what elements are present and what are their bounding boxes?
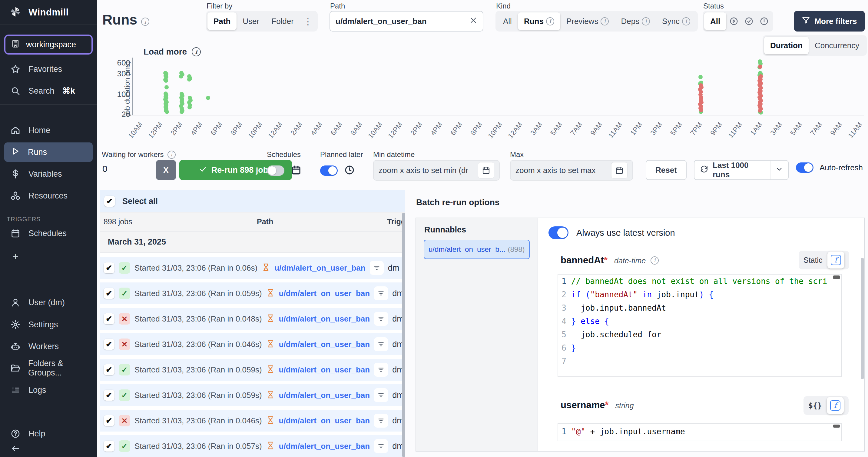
min-datetime-calendar-button[interactable] (478, 162, 494, 178)
failure-point[interactable] (758, 64, 762, 69)
last-runs-button[interactable]: Last 1000 runs (694, 160, 789, 180)
template-mode-label[interactable]: ${} (808, 401, 822, 410)
static-mode-label[interactable]: Static (804, 256, 823, 264)
sidebar-add-trigger-button[interactable]: + (0, 248, 97, 265)
path-filter-input[interactable]: u/dm/alert_on_user_ban (330, 11, 484, 31)
run-row[interactable]: ✔ ✓ Started 31/03, 23:06 (Ran in 0.059s)… (100, 359, 405, 381)
max-datetime-input[interactable]: zoom x axis to set max (510, 160, 633, 181)
sidebar-item-logs[interactable]: Logs (0, 381, 97, 399)
sidebar-collapse-button[interactable] (0, 442, 97, 455)
filter-by-path-button[interactable] (374, 439, 388, 453)
run-row[interactable]: ✔ ✓ Started 31/03, 23:06 (Ran in 0.059s)… (100, 384, 405, 406)
sidebar-item-settings[interactable]: Settings (0, 316, 97, 333)
row-checkbox[interactable]: ✔ (103, 288, 115, 299)
runs-list-scrollbar[interactable] (402, 213, 405, 457)
success-point[interactable] (164, 79, 168, 83)
run-path-link[interactable]: u/dm/alert_on_user_ban (279, 391, 370, 400)
card-scrollbar[interactable] (861, 258, 864, 379)
filter-by-path-button[interactable] (374, 414, 388, 428)
field-info-icon[interactable] (651, 256, 659, 264)
bannedat-code-editor[interactable]: 1// bannedAt does not exist on all versi… (558, 274, 842, 377)
javascript-mode-button[interactable]: f (827, 397, 844, 414)
filter-tab-user[interactable]: User (237, 12, 265, 30)
run-row[interactable]: ✔ ✓ Started 31/03, 23:06 (Ran in 0.059s)… (100, 282, 405, 304)
filter-by-path-button[interactable] (374, 337, 388, 351)
always-latest-toggle[interactable] (549, 226, 568, 239)
tab-concurrency[interactable]: Concurrency (809, 37, 865, 54)
kind-tab-deps[interactable]: Deps (615, 12, 656, 30)
kind-tab-all[interactable]: All (497, 12, 518, 30)
row-checkbox[interactable]: ✔ (103, 440, 115, 452)
run-path-link[interactable]: u/dm/alert_on_user_ban (279, 340, 370, 349)
editor-scrollbar-thumb[interactable] (833, 276, 840, 279)
sidebar-item-resources[interactable]: Resources (0, 187, 97, 204)
run-path-link[interactable]: u/dm/alert_on_user_ban (274, 263, 366, 273)
kind-tab-sync[interactable]: Sync (656, 12, 696, 30)
row-checkbox[interactable]: ✔ (103, 415, 115, 426)
filter-by-path-button[interactable] (370, 261, 384, 275)
last-runs-dropdown[interactable] (770, 161, 788, 179)
cancel-selection-button[interactable]: X (156, 160, 176, 180)
run-path-link[interactable]: u/dm/alert_on_user_ban (279, 314, 370, 324)
javascript-mode-button[interactable]: f (828, 252, 844, 268)
load-more-button[interactable]: Load more (144, 47, 201, 57)
row-checkbox[interactable]: ✔ (103, 339, 115, 350)
status-running-icon[interactable] (726, 12, 741, 30)
status-failure-icon[interactable] (756, 12, 772, 30)
sidebar-item-folders-groups[interactable]: Folders & Groups... (0, 360, 97, 377)
tab-duration[interactable]: Duration (764, 37, 809, 54)
runs-info-icon[interactable] (141, 18, 149, 26)
reset-button[interactable]: Reset (646, 160, 687, 180)
sidebar-item-workers[interactable]: Workers (0, 338, 97, 355)
success-point[interactable] (179, 74, 183, 79)
failure-point[interactable] (699, 108, 703, 112)
status-success-icon[interactable] (741, 12, 756, 30)
run-row[interactable]: ✔ ✕ Started 31/03, 23:06 (Ran in 0.046s)… (100, 333, 405, 355)
kind-tab-previews[interactable]: Previews (560, 12, 615, 30)
failure-point[interactable] (758, 109, 762, 113)
row-checkbox[interactable]: ✔ (103, 313, 115, 324)
editor-scrollbar-thumb[interactable] (833, 425, 840, 428)
select-all-checkbox[interactable]: ✔ (104, 196, 115, 207)
auto-refresh-toggle[interactable] (796, 163, 813, 173)
min-datetime-input[interactable]: zoom x axis to set min (dr (373, 160, 500, 181)
success-point[interactable] (206, 96, 210, 100)
sidebar-item-search[interactable]: Search ⌘k (0, 82, 97, 99)
username-code-editor[interactable]: 1"@" + job.input.username (558, 423, 842, 441)
more-filters-button[interactable]: More filters (794, 11, 865, 31)
filter-by-path-button[interactable] (374, 286, 388, 300)
schedules-toggle[interactable] (267, 166, 284, 176)
clear-path-icon[interactable] (469, 17, 477, 26)
run-path-link[interactable]: u/dm/alert_on_user_ban (279, 441, 370, 451)
last-runs-main[interactable]: Last 1000 runs (694, 161, 770, 179)
run-row[interactable]: ✔ ✕ Started 31/03, 23:06 (Ran in 0.048s)… (100, 308, 405, 330)
sidebar-item-help[interactable]: Help (0, 425, 97, 442)
planned-later-toggle[interactable] (320, 166, 338, 176)
app-logo-row[interactable]: Windmill (0, 0, 97, 25)
row-checkbox[interactable]: ✔ (103, 390, 115, 401)
max-datetime-calendar-button[interactable] (611, 162, 627, 178)
success-point[interactable] (187, 105, 192, 109)
workspace-switcher[interactable]: workingspace (4, 34, 93, 55)
run-row[interactable]: ✔ ✕ Started 31/03, 23:06 (Ran in 0.046s)… (100, 410, 405, 432)
sidebar-item-home[interactable]: Home (0, 122, 97, 139)
run-path-link[interactable]: u/dm/alert_on_user_ban (279, 289, 370, 298)
sidebar-item-user[interactable]: User (dm) (0, 294, 97, 311)
run-path-link[interactable]: u/dm/alert_on_user_ban (279, 416, 370, 426)
sidebar-item-schedules[interactable]: Schedules (0, 225, 97, 242)
filter-by-path-button[interactable] (374, 388, 388, 402)
run-row[interactable]: ✔ ✓ Started 31/03, 23:06 (Ran in 0.057s)… (100, 435, 405, 457)
success-point[interactable] (164, 85, 169, 89)
kind-tab-runs[interactable]: Runs (518, 12, 560, 30)
success-point[interactable] (165, 110, 169, 114)
status-tab-all[interactable]: All (704, 12, 726, 30)
filter-more-menu[interactable]: ⋮ (300, 12, 316, 30)
filter-tab-path[interactable]: Path (208, 12, 237, 30)
filter-tab-folder[interactable]: Folder (265, 12, 300, 30)
success-point[interactable] (180, 110, 184, 114)
run-path-link[interactable]: u/dm/alert_on_user_ban (279, 365, 370, 375)
info-icon[interactable] (167, 151, 176, 159)
row-checkbox[interactable]: ✔ (103, 262, 115, 273)
filter-by-path-button[interactable] (374, 312, 388, 326)
success-point[interactable] (187, 77, 191, 82)
